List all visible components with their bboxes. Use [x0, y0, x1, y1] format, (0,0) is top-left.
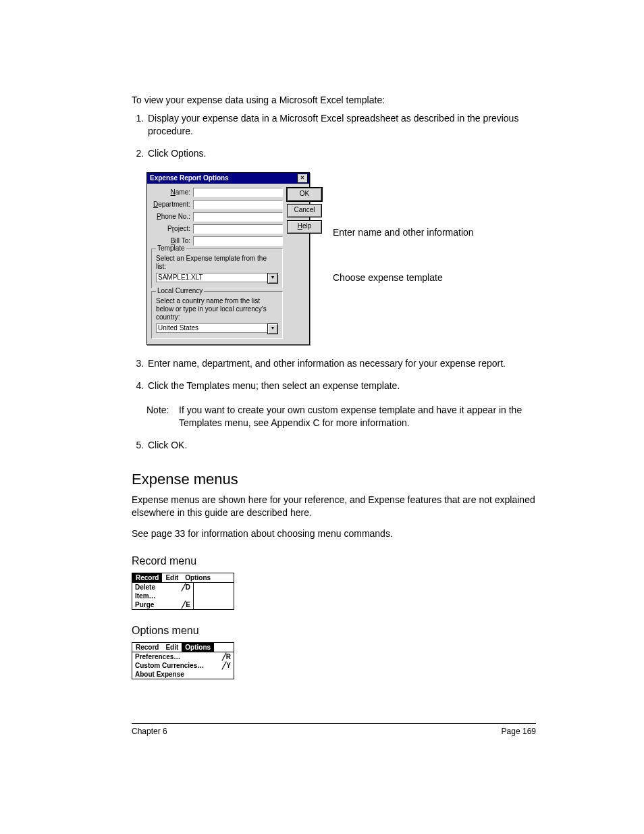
menu-custom-currencies[interactable]: Custom Currencies…╱Y — [132, 661, 234, 670]
steps-list-3: Click OK. — [132, 439, 536, 452]
template-legend: Template — [156, 244, 186, 252]
billto-label: Bill To: — [151, 237, 193, 244]
menu-preferences[interactable]: Preferences…╱R — [132, 652, 234, 661]
section-p1: Expense menus are shown here for your re… — [132, 494, 536, 519]
name-field[interactable] — [193, 188, 283, 197]
document-page: To view your expense data using a Micros… — [0, 0, 644, 756]
currency-group: Local Currency Select a country name fro… — [151, 291, 283, 339]
expense-options-dialog: Expense Report Options × Name: Departmen… — [146, 172, 310, 345]
annotation-name: Enter name and other information — [333, 226, 474, 239]
options-heading: Options menu — [132, 625, 536, 637]
menu-record[interactable]: Record — [132, 573, 162, 582]
section-p2: See page 33 for information about choosi… — [132, 527, 536, 540]
step-3: Enter name, department, and other inform… — [146, 357, 536, 370]
menu-purge[interactable]: Purge╱E — [132, 600, 193, 609]
note-text: If you want to create your own custom ex… — [179, 404, 536, 429]
menu-options-2[interactable]: Options — [182, 643, 214, 652]
annotation-template: Choose expense template — [333, 271, 474, 284]
name-label: Name: — [151, 188, 193, 196]
phone-label: Phone No.: — [151, 213, 193, 220]
note-label: Note: — [146, 404, 179, 429]
dialog-figure: Expense Report Options × Name: Departmen… — [146, 172, 536, 345]
dialog-titlebar: Expense Report Options × — [147, 173, 309, 184]
project-field[interactable] — [193, 224, 283, 234]
phone-field[interactable] — [193, 212, 283, 221]
menu-edit-2[interactable]: Edit — [162, 643, 182, 652]
template-combo[interactable] — [156, 273, 267, 282]
menu-record-2[interactable]: Record — [132, 643, 162, 652]
steps-list-2: Enter name, department, and other inform… — [132, 357, 536, 392]
menu-edit[interactable]: Edit — [162, 573, 182, 582]
footer-chapter: Chapter 6 — [132, 727, 167, 736]
currency-legend: Local Currency — [156, 287, 204, 294]
close-icon[interactable]: × — [297, 174, 308, 183]
page-footer: Chapter 6 Page 169 — [132, 723, 536, 736]
department-label: Department: — [151, 201, 193, 208]
chevron-down-icon[interactable]: ▼ — [267, 323, 278, 334]
dialog-title: Expense Report Options — [150, 174, 229, 182]
intro-heading: To view your expense data using a Micros… — [132, 95, 536, 105]
ok-button[interactable]: OK — [287, 188, 322, 201]
currency-combo[interactable] — [156, 323, 267, 333]
project-label: Project: — [151, 225, 193, 232]
currency-hint: Select a country name from the list belo… — [156, 297, 278, 321]
cancel-button[interactable]: Cancel — [287, 204, 322, 217]
record-heading: Record menu — [132, 555, 536, 567]
template-group: Template Select an Expense template from… — [151, 249, 283, 288]
menu-options[interactable]: Options — [182, 573, 214, 582]
step-5: Click OK. — [146, 439, 536, 452]
options-menu-screenshot: Record Edit Options Preferences…╱R Custo… — [132, 642, 234, 679]
menu-about-expense[interactable]: About Expense — [132, 670, 234, 679]
menu-delete-item[interactable]: Delete Item…╱D — [132, 583, 193, 600]
chevron-down-icon[interactable]: ▼ — [267, 273, 278, 284]
step-1: Display your expense data in a Microsoft… — [146, 112, 536, 138]
billto-field[interactable] — [193, 236, 283, 246]
step-4: Click the Templates menu; then select an… — [146, 380, 536, 392]
help-button[interactable]: Help — [287, 220, 322, 234]
department-field[interactable] — [193, 200, 283, 209]
record-menu-screenshot: Record Edit Options Delete Item…╱D Purge… — [132, 573, 234, 610]
template-hint: Select an Expense template from the list… — [156, 255, 278, 271]
step-2: Click Options. — [146, 147, 536, 160]
steps-list: Display your expense data in a Microsoft… — [132, 112, 536, 160]
note: Note: If you want to create your own cus… — [146, 404, 536, 429]
footer-page: Page 169 — [502, 727, 536, 736]
annotations: Enter name and other information Choose … — [333, 172, 474, 284]
section-heading: Expense menus — [132, 471, 536, 488]
